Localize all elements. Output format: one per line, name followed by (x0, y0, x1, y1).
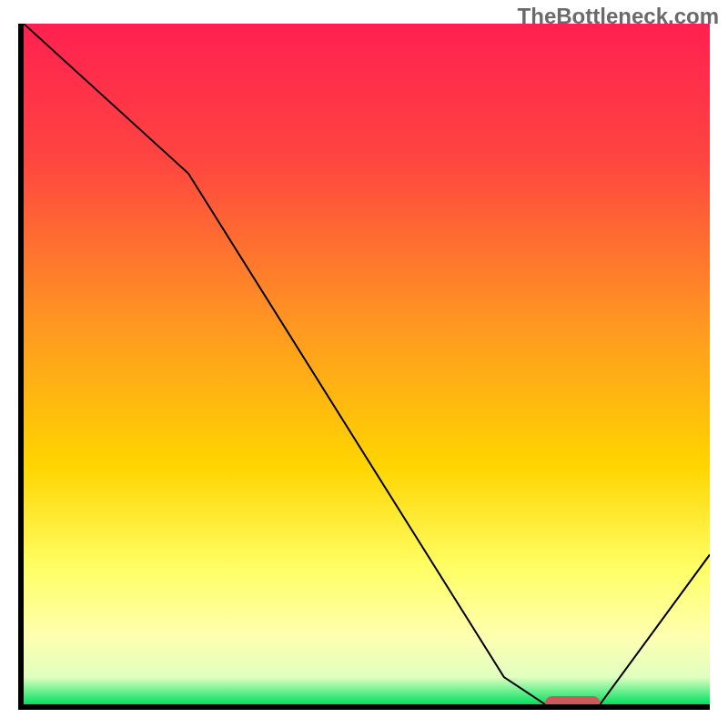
chart-background (24, 24, 710, 704)
optimal-marker (545, 696, 600, 704)
watermark-text: TheBottleneck.com (518, 4, 719, 29)
chart-plot-area (24, 24, 710, 704)
chart-container: TheBottleneck.com (0, 0, 728, 728)
chart-svg (24, 24, 710, 704)
